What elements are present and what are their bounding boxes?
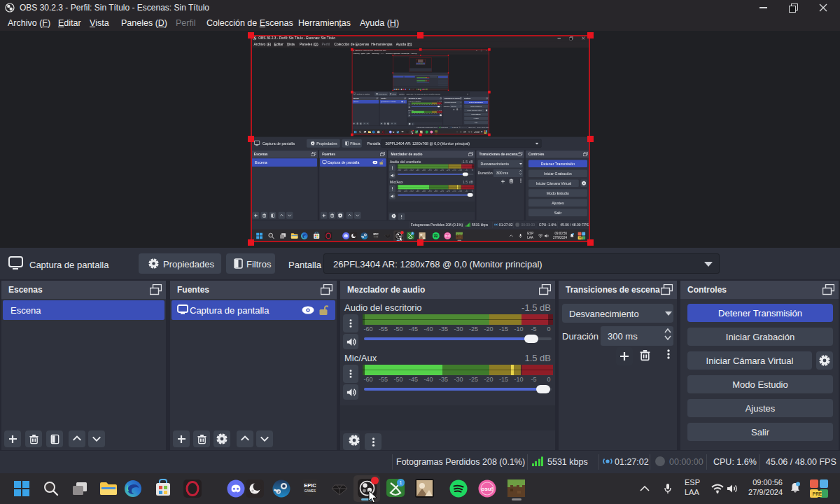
svg-text:osu!: osu!	[482, 486, 493, 492]
svg-text:1: 1	[400, 480, 402, 485]
svg-text:EPIC: EPIC	[304, 482, 316, 489]
svg-text:GAMES: GAMES	[304, 489, 316, 493]
svg-text:PRE: PRE	[813, 491, 822, 496]
